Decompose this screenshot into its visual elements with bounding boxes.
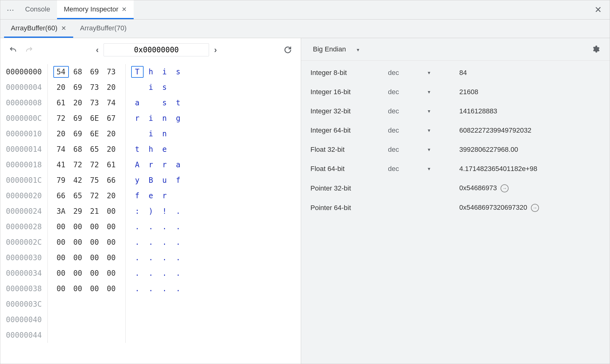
byte-cell[interactable]: 69 [69,130,86,138]
byte-cell[interactable]: 00 [103,208,120,215]
byte-cell[interactable]: 00 [86,270,103,277]
ascii-cell[interactable]: g [171,115,185,122]
ascii-cell[interactable]: . [131,223,144,230]
byte-cell[interactable]: 69 [69,115,86,122]
ascii-cell[interactable]: f [131,192,144,200]
interpretation-mode-select[interactable]: dec▼ [388,165,459,173]
ascii-cell[interactable]: T [131,66,144,78]
byte-cell[interactable]: 69 [69,84,86,91]
settings-button[interactable] [588,43,603,55]
endian-select[interactable]: Big Endian ▼ [308,43,364,55]
byte-cell[interactable]: 20 [103,84,120,91]
ascii-cell[interactable]: f [171,177,185,184]
byte-cell[interactable]: 00 [103,285,120,292]
ascii-cell[interactable]: . [158,285,171,292]
ascii-cell[interactable]: n [158,130,171,138]
interpretation-mode-select[interactable]: dec▼ [388,126,459,134]
ascii-cell[interactable]: e [158,146,171,153]
ascii-cell[interactable]: i [144,130,158,138]
byte-cell[interactable]: 72 [69,161,86,169]
byte-cell[interactable]: 00 [53,254,69,261]
byte-cell[interactable]: 20 [103,146,120,153]
byte-cell[interactable]: 00 [86,285,103,292]
ascii-cell[interactable]: s [171,68,185,76]
byte-cell[interactable]: 73 [86,99,103,107]
ascii-cell[interactable]: y [131,177,144,184]
ascii-cell[interactable]: . [171,208,185,215]
byte-cell[interactable]: 68 [69,146,86,153]
ascii-cell[interactable]: . [144,254,158,261]
page-prev-button[interactable]: ‹ [93,43,102,57]
byte-cell[interactable]: 74 [53,146,69,153]
jump-to-address-icon[interactable]: → [501,184,509,192]
byte-cell[interactable]: 73 [86,84,103,91]
tab-arraybuffer-70[interactable]: ArrayBuffer(70) [73,20,133,38]
ascii-cell[interactable]: n [158,115,171,122]
hex-view[interactable]: 0000000000000004000000080000000C00000010… [0,62,301,345]
ascii-cell[interactable]: . [144,223,158,230]
byte-cell[interactable]: 00 [103,254,120,261]
byte-cell[interactable]: 54 [53,66,69,78]
address-input[interactable] [104,43,209,56]
byte-cell[interactable]: 00 [53,223,69,230]
byte-cell[interactable]: 20 [53,130,69,138]
byte-cell[interactable]: 66 [103,177,120,184]
ascii-cell[interactable]: u [158,177,171,184]
ascii-cell[interactable]: s [158,84,171,91]
close-icon[interactable]: ✕ [122,6,127,13]
ascii-cell[interactable]: r [158,161,171,169]
byte-cell[interactable]: 00 [69,270,86,277]
more-tabs-button[interactable]: ⋮ [4,2,17,18]
ascii-cell[interactable]: B [144,177,158,184]
byte-cell[interactable]: 65 [86,146,103,153]
byte-cell[interactable]: 00 [69,254,86,261]
interpretation-mode-select[interactable]: dec▼ [388,69,459,77]
ascii-cell[interactable]: a [131,99,144,107]
byte-cell[interactable]: 00 [53,285,69,292]
ascii-cell[interactable]: a [171,161,185,169]
byte-cell[interactable]: 20 [53,84,69,91]
byte-cell[interactable]: 20 [103,192,120,200]
byte-cell[interactable]: 21 [86,208,103,215]
byte-cell[interactable]: 20 [69,99,86,107]
byte-cell[interactable]: 00 [69,285,86,292]
ascii-cell[interactable]: . [144,270,158,277]
ascii-cell[interactable]: i [144,115,158,122]
ascii-cell[interactable]: h [144,146,158,153]
ascii-cell[interactable]: r [158,192,171,200]
jump-to-address-icon[interactable]: → [531,204,539,212]
byte-cell[interactable]: 3A [53,208,69,215]
close-icon[interactable]: ✕ [61,24,66,32]
ascii-cell[interactable]: ! [158,208,171,215]
byte-cell[interactable]: 00 [103,270,120,277]
ascii-cell[interactable]: . [171,285,185,292]
interpretation-mode-select[interactable]: dec▼ [388,146,459,154]
byte-cell[interactable]: 72 [86,192,103,200]
ascii-cell[interactable]: . [158,254,171,261]
ascii-cell[interactable]: . [131,285,144,292]
byte-cell[interactable]: 66 [53,192,69,200]
ascii-cell[interactable]: r [131,115,144,122]
ascii-cell[interactable]: : [131,208,144,215]
byte-cell[interactable]: 42 [69,177,86,184]
ascii-cell[interactable]: . [131,254,144,261]
ascii-cell[interactable]: . [158,270,171,277]
ascii-cell[interactable]: . [131,270,144,277]
byte-cell[interactable]: 20 [103,130,120,138]
page-next-button[interactable]: › [211,43,220,57]
ascii-cell[interactable]: t [131,146,144,153]
ascii-cell[interactable]: e [144,192,158,200]
byte-cell[interactable]: 74 [103,99,120,107]
byte-cell[interactable]: 61 [103,161,120,169]
byte-cell[interactable]: 72 [53,115,69,122]
byte-cell[interactable]: 00 [53,239,69,246]
ascii-cell[interactable]: . [131,239,144,246]
byte-cell[interactable]: 61 [53,99,69,107]
byte-cell[interactable]: 6E [86,130,103,138]
byte-cell[interactable]: 00 [53,270,69,277]
byte-cell[interactable]: 00 [86,223,103,230]
byte-cell[interactable]: 00 [69,239,86,246]
byte-cell[interactable]: 69 [86,68,103,76]
ascii-cell[interactable]: . [171,239,185,246]
tab-console[interactable]: Console [18,0,57,19]
